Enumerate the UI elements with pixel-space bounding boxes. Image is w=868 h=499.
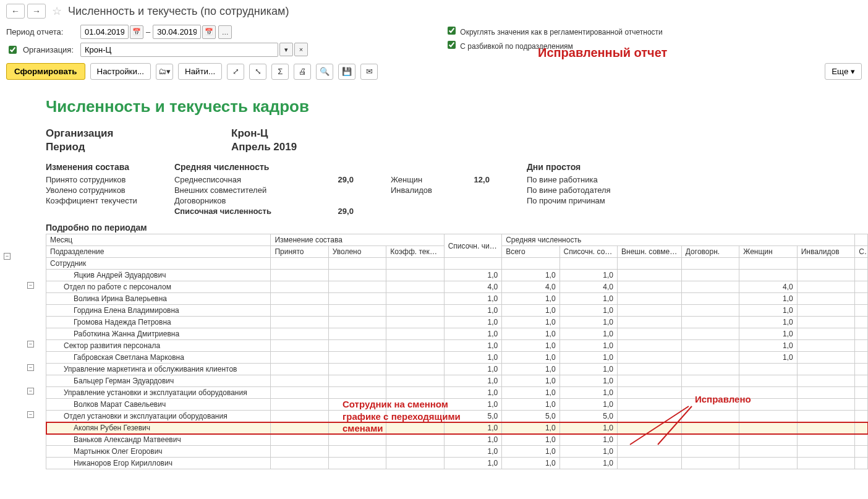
col-header: Коэфф. текучести xyxy=(386,246,444,258)
org-dropdown-icon[interactable]: ▾ xyxy=(279,43,293,56)
table-row[interactable]: Ваньков Александр Матвеевич1,01,01,0 xyxy=(46,434,868,446)
col-header: Сотрудник xyxy=(46,258,271,270)
col-header: Списочн. состава xyxy=(560,246,617,258)
summary-avg-header: Средняя численность xyxy=(174,162,354,172)
table-row[interactable]: Гордина Елена Владимировна1,01,01,01,0 xyxy=(46,305,868,317)
col-header xyxy=(560,258,617,270)
col-header: Договорн. xyxy=(681,246,739,258)
col-header: Подразделение xyxy=(46,246,271,258)
col-header xyxy=(444,258,501,270)
col-header xyxy=(681,258,739,270)
col-header: Месяц xyxy=(46,234,271,246)
nav-back-button[interactable]: ← xyxy=(6,4,25,19)
col-header xyxy=(386,258,444,270)
print-icon[interactable]: 🖨 xyxy=(294,64,311,80)
find-button[interactable]: Найти... xyxy=(178,63,222,80)
red-title-annotation: Исправленный отчет xyxy=(538,46,667,60)
col-header: Женщин xyxy=(739,246,797,258)
col-header: Инвалидов xyxy=(797,246,854,258)
sum-icon[interactable]: Σ xyxy=(271,64,289,80)
col-header: Принято xyxy=(271,246,328,258)
summary-fired: Уволено сотрудников xyxy=(46,185,137,195)
tree-toggle[interactable]: − xyxy=(27,364,34,371)
period-meta-label: Период xyxy=(46,141,231,153)
col-header xyxy=(328,258,386,270)
preview-icon[interactable]: 🔍 xyxy=(316,64,333,80)
col-header: Уволено xyxy=(328,246,386,258)
tree-toggle[interactable]: − xyxy=(4,253,11,260)
tree-toggle[interactable]: − xyxy=(27,388,34,395)
collapse-icon[interactable]: ⤡ xyxy=(249,64,266,80)
table-row[interactable]: Габровская Светлана Марковна1,01,01,01,0 xyxy=(46,352,868,364)
table-row[interactable]: Громова Надежда Петровна1,01,01,01,0 xyxy=(46,317,868,328)
table-row[interactable]: Яцкив Андрей Эдуардович1,01,01,0 xyxy=(46,270,868,281)
table-row[interactable]: Волина Ирина Валерьевна1,01,01,01,0 xyxy=(46,293,868,305)
org-meta-label: Организация xyxy=(46,127,231,140)
summary-changes-header: Изменения состава xyxy=(46,162,137,172)
period-dash: – xyxy=(146,27,150,36)
annotation-fixed: Исправлено xyxy=(695,394,751,404)
round-checkbox-label[interactable]: Округлять значения как в регламентирован… xyxy=(445,25,674,36)
form-report-button[interactable]: Сформировать xyxy=(6,63,85,80)
org-checkbox[interactable] xyxy=(9,46,17,54)
org-label: Организация: xyxy=(23,45,74,54)
nav-forward-button[interactable]: → xyxy=(27,4,46,19)
settings-button[interactable]: Настройки... xyxy=(90,63,151,80)
summary-turnover: Коэффициент текучести xyxy=(46,195,137,206)
table-row[interactable]: Мартынюк Олег Егорович1,01,01,0 xyxy=(46,446,868,458)
save-icon[interactable]: 💾 xyxy=(338,64,355,80)
col-header: Всего xyxy=(502,246,560,258)
expand-icon[interactable]: ⤢ xyxy=(227,64,244,80)
table-row[interactable]: Бальцер Герман Эдуардович1,01,01,0 xyxy=(46,375,868,387)
tree-toggle[interactable]: − xyxy=(27,341,34,348)
date-to-input[interactable] xyxy=(153,25,201,39)
col-header: Списочн. численн. xyxy=(444,234,501,258)
period-meta-value: Апрель 2019 xyxy=(231,141,868,153)
col-header: С xyxy=(855,246,868,258)
table-row[interactable]: Сектор развития персонала1,01,01,01,0 xyxy=(46,340,868,352)
variants-icon[interactable]: 🗂▾ xyxy=(156,64,173,80)
by-dept-checkbox[interactable] xyxy=(448,41,456,49)
org-clear-icon[interactable]: × xyxy=(294,43,308,56)
more-menu-button[interactable]: Еще ▾ xyxy=(825,63,862,80)
col-header xyxy=(502,258,560,270)
send-icon[interactable]: ✉ xyxy=(360,64,378,80)
round-checkbox[interactable] xyxy=(448,27,456,35)
tree-toggle[interactable]: − xyxy=(27,411,34,418)
col-header: Внешн. совместит. xyxy=(618,246,682,258)
favorite-star-icon[interactable]: ☆ xyxy=(52,4,62,18)
period-dialog-button[interactable]: … xyxy=(218,25,232,39)
tree-toggle[interactable]: − xyxy=(27,282,34,289)
report-title: Численность и текучесть кадров xyxy=(46,97,868,116)
tree-collapse-strip: − −−−−− xyxy=(4,86,41,469)
table-row[interactable]: Отдел по работе с персоналом4,04,04,04,0 xyxy=(46,281,868,293)
annotation-shift-schedule: Сотрудник на сменном графике с переходящ… xyxy=(343,398,461,435)
org-input[interactable] xyxy=(80,43,278,57)
detail-subtitle: Подробно по периодам xyxy=(46,223,868,232)
col-header: Изменение состава xyxy=(271,234,444,246)
date-from-input[interactable] xyxy=(80,25,129,39)
col-header: Средняя численность xyxy=(502,234,855,246)
org-meta-value: Крон-Ц xyxy=(231,127,868,140)
col-header xyxy=(271,258,328,270)
col-header xyxy=(855,234,868,246)
date-from-picker-icon[interactable]: 📅 xyxy=(130,25,143,39)
col-header xyxy=(855,258,868,270)
table-row[interactable]: Никаноров Егор Кириллович1,01,01,0 xyxy=(46,458,868,469)
date-to-picker-icon[interactable]: 📅 xyxy=(202,25,216,39)
summary-hired: Принято сотрудников xyxy=(46,174,137,185)
page-title: Численность и текучесть (по сотрудникам) xyxy=(68,5,289,18)
summary-idle-header: Дни простоя xyxy=(527,162,611,172)
col-header xyxy=(797,258,854,270)
period-label: Период отчета: xyxy=(6,27,80,36)
col-header xyxy=(739,258,797,270)
table-row[interactable]: Управление маркетинга и обслуживания кли… xyxy=(46,364,868,375)
table-row[interactable]: Работкина Жанна Дмитриевна1,01,01,01,0 xyxy=(46,328,868,340)
col-header xyxy=(618,258,682,270)
